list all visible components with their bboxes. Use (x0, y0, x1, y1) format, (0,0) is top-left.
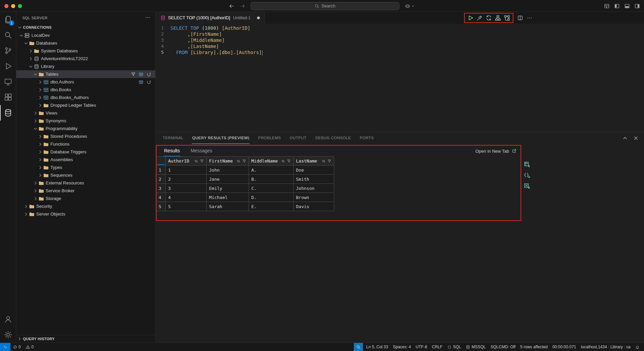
sort-icon[interactable] (236, 159, 240, 163)
grid-cell[interactable]: Doe (294, 166, 334, 175)
panel-tab-debug-console[interactable]: DEBUG CONSOLE (315, 132, 351, 144)
grid-cell[interactable]: C. (249, 184, 294, 193)
tree-item-database-triggers[interactable]: Database Triggers (16, 148, 155, 156)
close-window-button[interactable] (4, 4, 8, 8)
sort-icon[interactable] (194, 159, 198, 163)
panel-tab-problems[interactable]: PROBLEMS (258, 132, 281, 144)
grid-cell[interactable]: 4 (166, 193, 207, 202)
plug-icon-cancel-query[interactable] (477, 15, 483, 21)
statusbar-item-mssql[interactable]: MSSQL (463, 343, 488, 351)
tree-item-storage[interactable]: Storage (16, 195, 155, 202)
statusbar-item-query-duration[interactable]: 00:00:00.071 (550, 343, 578, 351)
statusbar-item-zoom-indicator[interactable] (354, 343, 363, 351)
statusbar-item-notifications[interactable] (633, 343, 642, 351)
tree-item-programmability[interactable]: Programmability (16, 125, 155, 132)
table-icon[interactable] (139, 80, 143, 84)
open-in-new-tab-button[interactable]: Open in New Tab (476, 149, 517, 154)
row-number[interactable]: 1 (157, 166, 166, 175)
activity-item-sql-server[interactable] (0, 105, 16, 121)
table-row[interactable]: 5 5SarahE.Davis (157, 202, 334, 211)
results-tab-results[interactable]: Results (163, 146, 181, 156)
maximize-window-button[interactable] (18, 4, 22, 8)
row-number[interactable]: 4 (157, 193, 166, 202)
tree-item-functions[interactable]: Functions (16, 140, 155, 148)
split-editor-icon-split-editor[interactable] (518, 15, 523, 21)
more-icon-more-actions[interactable] (145, 15, 151, 20)
table-row[interactable]: 2 2JaneB.Smith (157, 175, 334, 184)
results-tab-messages[interactable]: Messages (190, 146, 213, 156)
row-number[interactable]: 5 (157, 202, 166, 211)
connections-section-header[interactable]: CONNECTIONS (16, 24, 155, 31)
statusbar-item-errors[interactable]: 0 (10, 343, 23, 351)
activity-item-accounts[interactable] (0, 311, 16, 327)
actual-plan-icon-enable-actual-plan[interactable] (504, 15, 510, 21)
run-icon-run-query[interactable] (467, 15, 474, 21)
statusbar-item-remote-indicator[interactable] (0, 343, 10, 351)
panel-tab-ports[interactable]: PORTS (360, 132, 374, 144)
code-editor[interactable]: 1 SELECT TOP (1000) [AuthorID] 2 ,[First… (156, 24, 644, 132)
table-icon[interactable] (139, 72, 143, 77)
grid-cell[interactable]: D. (249, 193, 294, 202)
grid-cell[interactable]: B. (249, 175, 294, 184)
panel-tab-output[interactable]: OUTPUT (289, 132, 307, 144)
tree-item-system-databases[interactable]: System Databases (16, 47, 155, 55)
select-all-corner[interactable] (157, 157, 166, 166)
activity-item-remote-explorer[interactable] (0, 74, 16, 90)
search-input[interactable]: Search (251, 2, 399, 10)
save-excel-icon-save-as-excel[interactable] (524, 183, 530, 190)
chevron-up-icon-maximize-panel[interactable] (622, 135, 628, 141)
tree-item-sequences[interactable]: Sequences (16, 171, 155, 179)
sort-icon[interactable] (322, 159, 326, 163)
tree-item-databases[interactable]: Databases (16, 39, 155, 47)
panel-left-icon-toggle-primary-sidebar[interactable] (614, 3, 620, 9)
activity-item-search[interactable] (0, 27, 16, 43)
tree-item-adventureworkslt2022[interactable]: AdventureWorksLT2022 (16, 55, 155, 62)
panel-tab-query-results-preview[interactable]: QUERY RESULTS (PREVIEW) (192, 132, 250, 144)
customize-layout-icon-customize-layout[interactable] (604, 3, 610, 9)
grid-cell[interactable]: E. (249, 202, 294, 211)
statusbar-item-encoding[interactable]: UTF-8 (413, 343, 430, 351)
more-icon-more-actions[interactable] (527, 15, 532, 21)
panel-tab-terminal[interactable]: TERMINAL (162, 132, 184, 144)
tree-item-views[interactable]: Views (16, 109, 155, 117)
activity-item-explorer[interactable]: 1 (0, 12, 16, 27)
arrow-right-icon-forward[interactable] (240, 3, 245, 9)
statusbar-item-connection-info[interactable]: localhost,1434 : Library : sa (578, 343, 633, 351)
column-header[interactable]: FirstName (207, 157, 249, 166)
tree-item-synonyms[interactable]: Synonyms (16, 117, 155, 125)
grid-cell[interactable]: 5 (166, 202, 207, 211)
statusbar-item-rows-affected[interactable]: 5 rows affected (518, 343, 550, 351)
grid-cell[interactable]: John (207, 166, 249, 175)
tree-item-dropped-ledger-tables[interactable]: Dropped Ledger Tables (16, 101, 155, 109)
table-row[interactable]: 1 1JohnA.Doe (157, 166, 334, 175)
grid-cell[interactable]: 2 (166, 175, 207, 184)
grid-cell[interactable]: 3 (166, 184, 207, 193)
grid-cell[interactable]: Johnson (294, 184, 334, 193)
grid-cell[interactable]: Jane (207, 175, 249, 184)
modified-indicator[interactable] (257, 17, 260, 19)
statusbar-item-end-of-line[interactable]: CRLF (430, 343, 445, 351)
tree-item-dbo-books-authors[interactable]: dbo.Books_Authors (16, 94, 155, 101)
filter-column-icon[interactable] (287, 159, 291, 163)
table-row[interactable]: 4 4MichaelD.Brown (157, 193, 334, 202)
row-number[interactable]: 2 (157, 175, 166, 184)
tree-item-tables[interactable]: Tables (16, 70, 155, 78)
tree-item-stored-procedures[interactable]: Stored Procedures (16, 132, 155, 140)
tree-item-service-broker[interactable]: Service Broker (16, 187, 155, 195)
tree-item-dbo-authors[interactable]: dbo.Authors (16, 78, 155, 86)
activity-item-run-and-debug[interactable] (0, 58, 16, 74)
filter-column-icon[interactable] (242, 159, 246, 163)
editor-tab[interactable]: SELECT TOP (1000) [AuthorID] Untitled-1 (156, 12, 265, 24)
statusbar-item-language-mode[interactable]: SQL (445, 343, 463, 351)
statusbar-item-cursor-position[interactable]: Ln 5, Col 33 (364, 343, 391, 351)
refresh-icon[interactable] (146, 80, 151, 84)
tree-item-types[interactable]: Types (16, 164, 155, 171)
tree-item-assemblies[interactable]: Assemblies (16, 156, 155, 164)
grid-cell[interactable]: Emily (207, 184, 249, 193)
statusbar-item-indentation[interactable]: Spaces: 4 (390, 343, 413, 351)
tree-item-server-objects[interactable]: Server Objects (16, 210, 155, 218)
panel-bottom-icon-toggle-panel[interactable] (624, 3, 630, 9)
row-number[interactable]: 3 (157, 184, 166, 193)
tree-item-external-resources[interactable]: External Resources (16, 179, 155, 187)
grid-cell[interactable]: Michael (207, 193, 249, 202)
